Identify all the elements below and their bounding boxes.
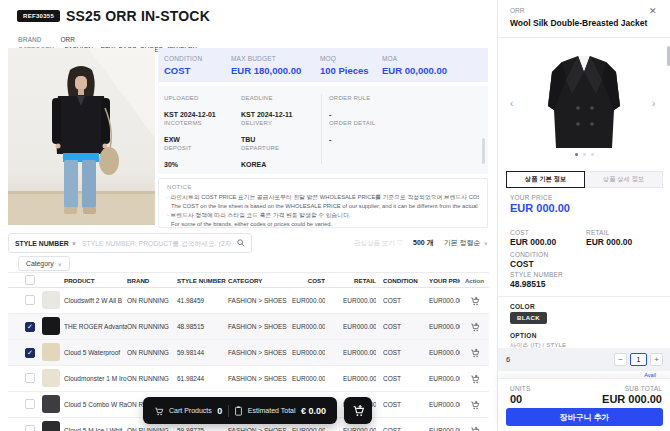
- panel-scrollbar[interactable]: [667, 46, 670, 66]
- style-number-cell: 59.98144: [177, 349, 228, 356]
- product-name[interactable]: Cloud 5 Combo W Ray: [64, 401, 127, 408]
- cost-cell: EUR000.00: [292, 375, 325, 382]
- panel-brand: ORR: [510, 7, 524, 14]
- summary-moa: MOA EUR 00,000.00: [382, 55, 447, 76]
- add-to-cart-button[interactable]: 장바구니 추가: [506, 408, 663, 426]
- order-summary-band: CONDITION COST MAX BUDGET EUR 180,000.00…: [158, 48, 488, 82]
- cart-icon: [154, 406, 164, 416]
- divider: [498, 296, 670, 297]
- row-checkbox[interactable]: [25, 399, 35, 409]
- cost-value: EUR 000.00: [510, 237, 556, 247]
- row-checkbox[interactable]: [25, 425, 35, 431]
- category-cell: FASHION > SHOES: [228, 349, 292, 356]
- table-row[interactable]: THE ROGER Advantage ON RUNNING 48.98515 …: [8, 314, 489, 340]
- carousel-dot[interactable]: [575, 153, 578, 156]
- product-name[interactable]: Cloudmonster 1 M Iro: [64, 375, 127, 382]
- your-price-cell: EUR000.00: [429, 427, 460, 431]
- product-thumbnail: [42, 369, 60, 387]
- product-thumbnail: [42, 343, 60, 361]
- notice-line: · 브랜드사 정책에 따라 스타일 코드 혹은 가격 변동 발생할 수 있습니다…: [167, 211, 479, 220]
- divider: [228, 405, 229, 417]
- product-name[interactable]: Cloud 5 M Ice | Whit: [64, 427, 127, 431]
- summary-condition: CONDITION COST: [164, 55, 231, 76]
- add-to-cart-icon[interactable]: [470, 374, 480, 384]
- product-thumbnail: [42, 291, 60, 309]
- product-name[interactable]: Cloudswift 2 W All B: [64, 297, 127, 304]
- estimated-total-label: Estimated Total: [248, 407, 296, 414]
- carousel-dots[interactable]: [498, 153, 670, 156]
- cart-products-count: 0: [217, 406, 222, 416]
- add-to-cart-icon[interactable]: [470, 322, 480, 332]
- retail-cell: EUR000.00: [343, 427, 376, 431]
- condition-cell: COST: [383, 323, 423, 330]
- tab-detail-info[interactable]: 상품 상세 정보: [585, 171, 663, 188]
- style-number-value: 48.98515: [510, 279, 545, 289]
- qty-plus-button[interactable]: +: [650, 353, 663, 366]
- qty-input[interactable]: [630, 353, 647, 366]
- cost-label: COST: [510, 229, 529, 236]
- product-name[interactable]: THE ROGER Advantage: [64, 323, 127, 330]
- cart-plus-icon: [352, 404, 365, 417]
- tab-basic-info[interactable]: 상품 기본 정보: [506, 171, 585, 188]
- summary-moq: MOQ 100 Pieces: [320, 55, 382, 76]
- detail-uploaded: UPLOADEDKST 2024-12-01: [164, 95, 241, 120]
- row-checkbox[interactable]: [25, 322, 35, 332]
- detail-departure: DEPARTUREKOREA: [241, 145, 329, 170]
- add-to-cart-icon[interactable]: [470, 348, 480, 358]
- carousel-next-icon[interactable]: ›: [652, 98, 655, 109]
- open-cart-button[interactable]: [344, 397, 372, 424]
- panel-tabs: 상품 기본 정보 상품 상세 정보: [506, 171, 663, 188]
- add-to-cart-icon[interactable]: [470, 296, 480, 306]
- chevron-down-icon: ∨: [72, 240, 76, 246]
- row-checkbox[interactable]: [25, 295, 35, 305]
- add-to-cart-icon[interactable]: [470, 426, 480, 431]
- retail-cell: EUR000.00: [343, 323, 376, 330]
- condition-cell: COST: [383, 375, 423, 382]
- qty-minus-button[interactable]: −: [614, 353, 627, 366]
- panel-product-title: Wool Silk Double-Breasted Jacket: [510, 18, 647, 28]
- search-field-dropdown[interactable]: STYLE NUMBER ∨: [15, 240, 76, 247]
- style-number-cell: 48.98515: [177, 323, 228, 330]
- cart-products-label: Cart Products: [169, 407, 212, 414]
- details-scrollbar[interactable]: [482, 138, 485, 164]
- row-checkbox[interactable]: [25, 373, 35, 383]
- add-to-cart-icon[interactable]: [470, 400, 480, 410]
- sort-dropdown[interactable]: 기본 정렬순 ∨: [444, 238, 488, 248]
- table-row[interactable]: Cloudmonster 1 M Iro ON RUNNING 61.98244…: [8, 366, 489, 392]
- notice-line: For some of the brands, either codes or …: [167, 220, 479, 229]
- search-input[interactable]: [82, 240, 231, 247]
- panel-footer: UNITS 00 SUB TOTAL EUR 000.00 장바구니 추가: [498, 378, 670, 431]
- brand-cell: ON RUNNING: [127, 297, 177, 304]
- select-all-checkbox[interactable]: [25, 275, 35, 285]
- your-price-cell: EUR000.00: [429, 297, 460, 304]
- condition-cell: COST: [383, 297, 423, 304]
- color-chip[interactable]: BLACK: [510, 312, 547, 324]
- table-row[interactable]: Cloudswift 2 W All B ON RUNNING 41.98459…: [8, 288, 489, 314]
- estimate-icon: [234, 406, 243, 416]
- carousel-dot[interactable]: [583, 153, 586, 156]
- search-bar[interactable]: STYLE NUMBER ∨: [8, 233, 252, 253]
- retail-value: EUR 000.00: [586, 237, 632, 247]
- estimated-total-value: € 0.00: [301, 406, 326, 416]
- search-icon[interactable]: [237, 239, 245, 247]
- jacket-image: [532, 50, 636, 158]
- brand-cell: ON RUNNING: [127, 349, 177, 356]
- option-label: OPTION: [510, 332, 537, 339]
- notice-line: The COST on the line sheet is based on t…: [167, 202, 479, 211]
- carousel-dot[interactable]: [591, 153, 594, 156]
- category-cell: FASHION > SHOES: [228, 427, 292, 431]
- linesheet-ref-badge: REF30355: [17, 10, 60, 22]
- retail-label: RETAIL: [586, 229, 609, 236]
- style-number-label: STYLE NUMBER: [510, 271, 563, 278]
- carousel-prev-icon[interactable]: ‹: [510, 98, 513, 109]
- favorites-filter-link[interactable]: 관심상품 보기 ♡: [354, 239, 403, 248]
- category-filter-chip[interactable]: Category ∨: [18, 256, 70, 271]
- row-checkbox[interactable]: [25, 348, 35, 358]
- product-name[interactable]: Cloud 5 Waterproof: [64, 349, 127, 356]
- condition-cell: COST: [383, 427, 423, 431]
- close-icon[interactable]: ✕: [649, 6, 657, 16]
- table-row[interactable]: Cloud 5 Waterproof ON RUNNING 59.98144 F…: [8, 340, 489, 366]
- cost-cell: EUR000.00: [292, 323, 325, 330]
- brand-cell: ON RUNNING: [127, 427, 177, 431]
- option-size-row: 6 − +: [498, 348, 670, 371]
